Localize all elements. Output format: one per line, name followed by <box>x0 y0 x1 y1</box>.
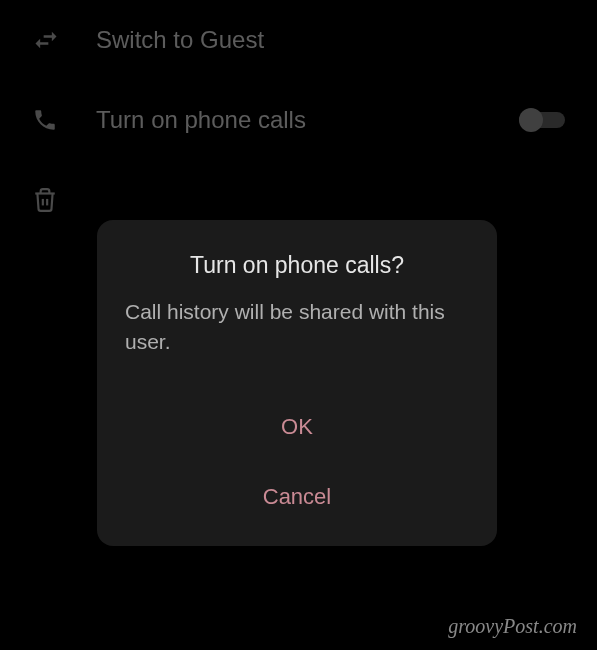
ok-button[interactable]: OK <box>265 406 329 448</box>
confirm-dialog: Turn on phone calls? Call history will b… <box>97 220 497 546</box>
swap-icon <box>32 26 76 54</box>
settings-list: Switch to Guest Turn on phone calls <box>0 0 597 240</box>
trash-icon <box>32 187 76 213</box>
dialog-actions: OK Cancel <box>125 406 469 526</box>
cancel-button[interactable]: Cancel <box>247 476 347 518</box>
phone-calls-toggle[interactable] <box>519 108 565 132</box>
dialog-title: Turn on phone calls? <box>125 252 469 279</box>
switch-guest-label: Switch to Guest <box>96 26 565 54</box>
dialog-message: Call history will be shared with this us… <box>125 297 469 358</box>
watermark: groovyPost.com <box>448 615 577 638</box>
phone-calls-row[interactable]: Turn on phone calls <box>0 80 597 160</box>
switch-guest-row[interactable]: Switch to Guest <box>0 0 597 80</box>
toggle-thumb <box>519 108 543 132</box>
phone-calls-label: Turn on phone calls <box>96 106 519 134</box>
phone-icon <box>32 107 76 133</box>
